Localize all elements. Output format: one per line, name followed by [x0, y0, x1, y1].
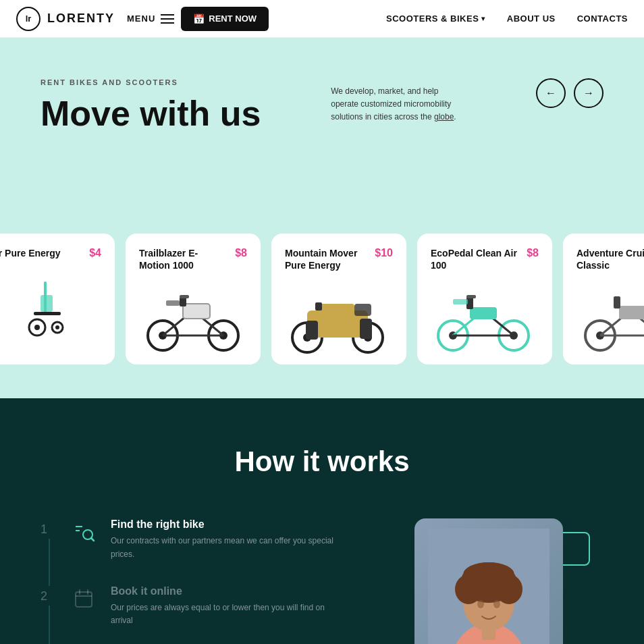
card-header: Trailblazer E-Motion 1000 $8 — [139, 247, 247, 271]
card-header: Mountain Mover Pure Energy $10 — [285, 247, 393, 271]
bike-illustration — [142, 287, 244, 354]
step-2-desc: Our prices are always equal to or lower … — [111, 601, 347, 627]
svg-rect-6 — [41, 295, 53, 312]
step-2-content: Book it online Our prices are always equ… — [111, 585, 347, 627]
scooter-illustration — [27, 275, 68, 342]
rent-now-label: RENT NOW — [209, 14, 257, 24]
card-mountain-mover[interactable]: Mountain Mover Pure Energy $10 — [271, 234, 406, 365]
rent-now-button[interactable]: 📅 RENT NOW — [181, 7, 269, 31]
svg-point-70 — [477, 600, 484, 608]
ebike-illustration — [433, 287, 537, 354]
card-price: $8 — [527, 247, 539, 259]
svg-rect-15 — [180, 297, 186, 306]
svg-point-5 — [55, 325, 59, 329]
svg-rect-25 — [354, 304, 371, 316]
svg-rect-16 — [180, 295, 189, 298]
next-arrow-button[interactable]: → — [574, 78, 603, 108]
hero-top: RENT BIKES AND SCOOTERS Move with us We … — [41, 78, 603, 140]
card-ecopedal[interactable]: EcoPedal Clean Air 100 $8 — [417, 234, 552, 365]
hero-subtitle: RENT BIKES AND SCOOTERS — [41, 78, 261, 86]
logo-icon: lr — [16, 7, 41, 31]
card-price: $8 — [235, 247, 247, 259]
steps-list: 1 Find the right bike Our contracts with… — [41, 518, 347, 644]
hamburger-icon — [161, 14, 174, 24]
globe-link: globe — [434, 112, 454, 122]
card-header: er Pure Energy $4 — [0, 247, 101, 259]
hero-description: We develop, market, and help operate cus… — [331, 85, 466, 124]
main-nav: SCOOTERS & BIKES ▾ ABOUT US CONTACTS — [386, 14, 628, 24]
svg-rect-72 — [482, 626, 495, 640]
card-image — [0, 271, 101, 346]
step-1: 1 Find the right bike Our contracts with… — [41, 518, 347, 560]
svg-rect-17 — [166, 300, 180, 306]
moped-illustration — [287, 284, 392, 358]
hero-title: Move with us — [41, 95, 261, 133]
step-number-2: 2 — [41, 589, 57, 603]
person-image — [414, 518, 563, 644]
nav-about-us[interactable]: ABOUT US — [507, 14, 556, 24]
svg-rect-37 — [466, 295, 476, 298]
nav-contacts[interactable]: CONTACTS — [577, 14, 628, 24]
hero-section: RENT BIKES AND SCOOTERS Move with us We … — [0, 38, 644, 234]
cards-row: er Pure Energy $4 Trailblazer E-Mo — [0, 234, 644, 365]
card-image — [139, 284, 247, 358]
cargo-bike-illustration — [580, 287, 644, 354]
book-online-icon — [70, 588, 97, 614]
svg-rect-47 — [614, 296, 620, 308]
menu-button[interactable]: MENU — [127, 14, 174, 24]
step-2-title: Book it online — [111, 585, 347, 597]
card-name: Adventure Cruiser Classic — [576, 247, 644, 271]
chevron-down-icon: ▾ — [481, 15, 485, 22]
svg-rect-24 — [315, 302, 322, 311]
cards-wrapper: er Pure Energy $4 Trailblazer E-Mo — [0, 234, 644, 398]
step-1-title: Find the right bike — [111, 518, 347, 531]
menu-label: MENU — [127, 14, 155, 24]
svg-rect-53 — [76, 592, 92, 607]
svg-rect-35 — [470, 307, 497, 319]
section-title: How it works — [41, 446, 603, 478]
svg-rect-1 — [34, 312, 61, 315]
calendar-icon: 📅 — [193, 14, 205, 24]
logo-text: LORENTY — [47, 11, 115, 26]
card-price: $4 — [89, 247, 101, 259]
card-image — [285, 284, 393, 358]
card-image — [576, 284, 644, 358]
logo-area: lr LORENTY — [16, 7, 115, 31]
card-name: Trailblazer E-Motion 1000 — [139, 247, 227, 271]
card-trailblazer[interactable]: Trailblazer E-Motion 1000 $8 — [126, 234, 261, 365]
person-photo-card — [414, 518, 563, 644]
svg-rect-46 — [619, 306, 644, 319]
how-it-works-section: How it works 1 Find the right bike — [0, 398, 644, 644]
card-name: Mountain Mover Pure Energy — [285, 247, 373, 271]
hero-arrows: ← → — [536, 78, 603, 108]
step-2: 2 Book it online Our prices are always e… — [41, 585, 347, 627]
nav-scooters-bikes[interactable]: SCOOTERS & BIKES ▾ — [386, 14, 485, 24]
svg-point-71 — [493, 600, 500, 608]
step-1-content: Find the right bike Our contracts with o… — [111, 518, 347, 560]
card-name: EcoPedal Clean Air 100 — [431, 247, 518, 271]
svg-rect-14 — [183, 304, 210, 319]
hero-left: RENT BIKES AND SCOOTERS Move with us — [41, 78, 261, 133]
svg-point-69 — [463, 562, 514, 587]
prev-arrow-button[interactable]: ← — [536, 78, 566, 108]
card-price: $10 — [375, 247, 393, 259]
svg-point-4 — [34, 325, 40, 330]
card-header: EcoPedal Clean Air 100 $8 — [431, 247, 539, 271]
find-bike-icon — [70, 521, 97, 547]
card-er-pure-energy[interactable]: er Pure Energy $4 — [0, 234, 115, 365]
header: lr LORENTY MENU 📅 RENT NOW SCOOTERS & BI… — [0, 0, 644, 38]
card-name: er Pure Energy — [0, 247, 61, 259]
card-image — [431, 284, 539, 358]
person-image-area: 🛵 Scooter Piaggio Vespa 200cc — [387, 518, 603, 644]
step-number-1: 1 — [41, 522, 57, 537]
svg-line-52 — [91, 538, 94, 541]
svg-rect-27 — [360, 319, 372, 339]
svg-rect-23 — [317, 304, 354, 317]
step-1-desc: Our contracts with our partners mean we … — [111, 535, 347, 560]
how-content: 1 Find the right bike Our contracts with… — [41, 518, 603, 644]
card-adventure-cruiser[interactable]: Adventure Cruiser Classic — [563, 234, 644, 365]
svg-rect-38 — [453, 299, 468, 304]
card-header: Adventure Cruiser Classic — [576, 247, 644, 271]
hero-right: We develop, market, and help operate cus… — [331, 85, 466, 140]
svg-rect-26 — [306, 321, 318, 340]
